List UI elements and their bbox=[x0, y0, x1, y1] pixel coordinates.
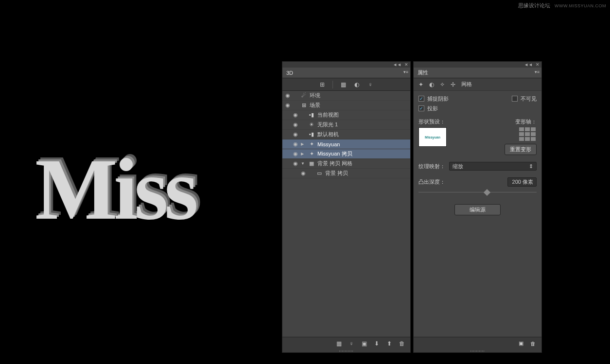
cast-shadow-label: 投影 bbox=[427, 105, 438, 112]
panel-3d-tab[interactable]: 3D ▾≡ bbox=[282, 68, 410, 78]
extrude-depth-slider[interactable] bbox=[418, 190, 537, 195]
panel-properties: ◄◄ ✕ 属性 ▾≡ ✦ ◐ ✧ ✢ 网格 ✓ 捕捉阴影 ✓ 不可见 ✓ 投影 … bbox=[413, 61, 542, 353]
panel-props-topbar: ◄◄ ✕ bbox=[414, 62, 541, 68]
tree-row-default-camera[interactable]: ◉ ▪▮ 默认相机 bbox=[282, 130, 410, 139]
collapse-icon[interactable]: ▼ bbox=[301, 161, 306, 166]
panel-3d-bottom: ▦ ♀ ▣ ⬇ ⬆ 🗑 bbox=[282, 337, 410, 349]
texture-map-select[interactable]: 缩放 ⇕ bbox=[449, 162, 537, 171]
grid-icon: ▦ bbox=[308, 160, 315, 167]
tree-row-environment[interactable]: ◉ ☄ 环境 bbox=[282, 91, 410, 101]
expand-icon[interactable]: ▶ bbox=[301, 142, 306, 146]
visibility-icon[interactable]: ◉ bbox=[292, 160, 299, 167]
filter-bar: ⊞ ▦ ◐ ♀ bbox=[282, 78, 410, 91]
scene-icon: ⊞ bbox=[300, 102, 308, 108]
filter-light-icon[interactable]: ♀ bbox=[367, 81, 374, 88]
reset-deform-button[interactable]: 重置变形 bbox=[505, 144, 537, 155]
panel-menu-icon[interactable]: ▾≡ bbox=[403, 69, 408, 74]
invisible-label: 不可见 bbox=[521, 95, 537, 103]
visibility-icon[interactable]: ◉ bbox=[292, 112, 299, 118]
visibility-icon[interactable]: ◉ bbox=[292, 131, 299, 138]
canvas-3d-text: Miss bbox=[35, 146, 194, 233]
light-add-icon[interactable]: ♀ bbox=[348, 340, 355, 347]
edit-source-button[interactable]: 编辑源 bbox=[454, 204, 501, 215]
mesh-icon: ✦ bbox=[308, 141, 315, 147]
camera-icon: ▪▮ bbox=[308, 131, 315, 138]
resize-grip[interactable] bbox=[414, 349, 541, 352]
capture-shadow-checkbox[interactable]: ✓ bbox=[418, 96, 424, 102]
panel-props-tab-label: 属性 bbox=[418, 69, 428, 76]
deform-axis-picker[interactable] bbox=[519, 127, 537, 141]
texture-map-label: 纹理映射： bbox=[418, 163, 445, 170]
visibility-icon[interactable]: ◉ bbox=[284, 102, 291, 108]
close-icon[interactable]: ✕ bbox=[404, 62, 408, 67]
panel-props-tab[interactable]: 属性 ▾≡ bbox=[414, 68, 541, 78]
shape-preset-label: 形状预设： bbox=[418, 118, 475, 125]
tree-row-scene[interactable]: ◉ ⊞ 场景 bbox=[282, 101, 410, 110]
deform-icon[interactable]: ◐ bbox=[429, 81, 434, 88]
visibility-icon[interactable]: ◉ bbox=[292, 121, 299, 128]
deform-axis-label: 变形轴： bbox=[480, 118, 537, 125]
filter-scene-icon[interactable]: ⊞ bbox=[319, 81, 326, 88]
tree-row-bg-copy-mesh[interactable]: ◉ ▼ ▦ 背景 拷贝 网格 bbox=[282, 159, 410, 169]
watermark-text: 思缘设计论坛 bbox=[518, 2, 550, 8]
extrude-depth-label: 凸出深度： bbox=[418, 178, 445, 186]
scene-tree: ◉ ☄ 环境 ◉ ⊞ 场景 ◉ ▪▮ 当前视图 ◉ ☀ 无限光 1 ◉ ▪▮ 默… bbox=[282, 91, 410, 337]
delete-icon[interactable]: 🗑 bbox=[399, 340, 405, 347]
merge-icon[interactable]: ⬆ bbox=[386, 340, 393, 347]
visibility-icon[interactable]: ◉ bbox=[284, 92, 291, 99]
panel-3d-tab-label: 3D bbox=[286, 70, 293, 76]
shape-preset-thumbnail[interactable]: Missyuan bbox=[418, 127, 447, 147]
layer-icon: ▭ bbox=[315, 170, 323, 176]
trash-icon[interactable]: ▦ bbox=[335, 340, 342, 347]
filter-material-icon[interactable]: ◐ bbox=[353, 81, 360, 88]
cap-icon[interactable]: ✧ bbox=[440, 81, 445, 88]
tree-row-missyuan-copy[interactable]: ◉ ▶ ✦ Missyuan 拷贝 bbox=[282, 149, 410, 159]
panel-3d-topbar: ◄◄ ✕ bbox=[282, 62, 410, 68]
invisible-checkbox[interactable]: ✓ bbox=[512, 96, 518, 102]
collapse-icon[interactable]: ◄◄ bbox=[393, 62, 401, 67]
visibility-icon[interactable]: ◉ bbox=[300, 170, 307, 176]
resize-grip[interactable] bbox=[282, 349, 410, 352]
cast-shadow-checkbox[interactable]: ✓ bbox=[418, 105, 424, 111]
new-icon[interactable]: ⬇ bbox=[373, 340, 380, 347]
close-icon[interactable]: ✕ bbox=[536, 62, 540, 67]
tree-row-infinite-light[interactable]: ◉ ☀ 无限光 1 bbox=[282, 120, 410, 130]
extrude-depth-value[interactable]: 200 像素 bbox=[507, 177, 537, 187]
panel-menu-icon[interactable]: ▾≡ bbox=[535, 69, 540, 74]
mesh-label: 网格 bbox=[461, 81, 472, 88]
visibility-icon[interactable]: ◉ bbox=[292, 151, 299, 157]
panel-3d: ◄◄ ✕ 3D ▾≡ ⊞ ▦ ◐ ♀ ◉ ☄ 环境 ◉ ⊞ 场景 ◉ ▪▮ 当前… bbox=[282, 61, 411, 353]
mesh-mode-icon[interactable]: ✦ bbox=[418, 81, 423, 88]
camera-icon: ▪▮ bbox=[308, 112, 315, 118]
coord-icon[interactable]: ✢ bbox=[451, 81, 455, 88]
props-icon-row: ✦ ◐ ✧ ✢ 网格 bbox=[414, 78, 541, 91]
collapse-icon[interactable]: ◄◄ bbox=[524, 62, 533, 67]
mesh-icon: ✦ bbox=[308, 151, 315, 157]
cast-shadow-row: ✓ 投影 bbox=[418, 104, 537, 113]
expand-icon[interactable]: ▶ bbox=[301, 152, 306, 156]
dropdown-icon: ⇕ bbox=[529, 163, 533, 170]
tree-row-current-view[interactable]: ◉ ▪▮ 当前视图 bbox=[282, 110, 410, 120]
watermark-url: WWW.MISSYUAN.COM bbox=[555, 3, 606, 8]
visibility-icon[interactable]: ◉ bbox=[292, 141, 299, 147]
capture-shadow-label: 捕捉阴影 bbox=[427, 95, 449, 103]
light-icon: ☀ bbox=[308, 121, 315, 128]
tree-row-missyuan[interactable]: ◉ ▶ ✦ Missyuan bbox=[282, 139, 410, 149]
tree-row-bg-copy[interactable]: ◉ ▭ 背景 拷贝 bbox=[282, 169, 410, 178]
environment-icon: ☄ bbox=[300, 92, 308, 99]
filter-mesh-icon[interactable]: ▦ bbox=[340, 81, 347, 88]
render-icon[interactable]: ▣ bbox=[361, 340, 367, 347]
panel-props-bottom: ▣ 🗑 bbox=[414, 337, 541, 349]
render-icon[interactable]: ▣ bbox=[519, 340, 523, 347]
delete-icon[interactable]: 🗑 bbox=[530, 341, 536, 347]
properties-body: ✦ ◐ ✧ ✢ 网格 ✓ 捕捉阴影 ✓ 不可见 ✓ 投影 形状预设： Missy… bbox=[414, 78, 541, 337]
capture-shadow-row: ✓ 捕捉阴影 ✓ 不可见 bbox=[418, 94, 537, 104]
